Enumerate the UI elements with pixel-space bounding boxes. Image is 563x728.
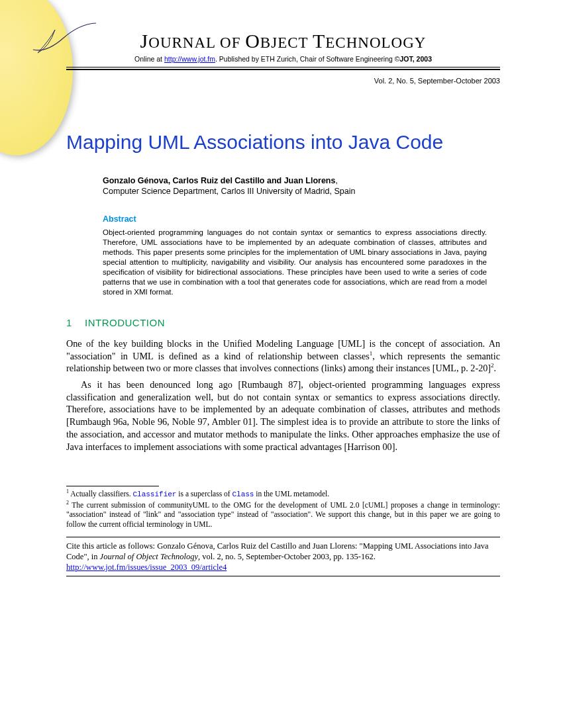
citation-suffix: , vol. 2, no. 5, September-October 2003,…	[198, 552, 376, 561]
body-paragraph-1: One of the key building blocks in the Un…	[66, 338, 500, 375]
footnote-1: 1 Actually classifiers. Classifier is a …	[66, 488, 500, 500]
divider	[66, 67, 500, 68]
section-heading: 1INTRODUCTION	[66, 317, 500, 328]
citation-url-link[interactable]: http://www.jot.fm/issues/issue_2003_09/a…	[66, 563, 227, 572]
swoosh-decoration	[30, 20, 103, 66]
journal-subline: Online at http://www.jot.fm. Published b…	[66, 55, 500, 63]
authors-block: Gonzalo Génova, Carlos Ruiz del Castillo…	[103, 175, 487, 198]
footnote-2: 2 The current submission of communityUML…	[66, 500, 500, 529]
article-title: Mapping UML Associations into Java Code	[66, 131, 500, 154]
volume-info: Vol. 2, No. 5, September-October 2003	[66, 77, 500, 85]
jot-bold: JOT, 2003	[400, 55, 432, 63]
journal-url-link[interactable]: http://www.jot.fm	[164, 55, 215, 63]
section-number: 1	[66, 317, 85, 328]
footnote-rule	[66, 486, 159, 486]
author-affiliation: Computer Science Department, Carlos III …	[103, 187, 355, 196]
body-paragraph-2: As it has been denounced long ago [Rumba…	[66, 379, 500, 453]
abstract-block: Abstract Object-oriented programming lan…	[103, 214, 487, 297]
online-suffix: . Published by ETH Zurich, Chair of Soft…	[215, 55, 400, 63]
journal-title: JOURNAL OF OBJECT TECHNOLOGY	[66, 30, 500, 52]
online-prefix: Online at	[134, 55, 164, 63]
author-names: Gonzalo Génova, Carlos Ruiz del Castillo…	[103, 176, 335, 185]
abstract-text: Object-oriented programming languages do…	[103, 228, 487, 297]
abstract-heading: Abstract	[103, 214, 487, 224]
page-content: JOURNAL OF OBJECT TECHNOLOGY Online at h…	[0, 0, 563, 603]
citation-journal: Journal of Object Technology	[100, 552, 198, 561]
citation-box: Cite this article as follows: Gonzalo Gé…	[66, 537, 500, 576]
divider-thick	[66, 69, 500, 70]
section-title: INTRODUCTION	[85, 317, 165, 328]
